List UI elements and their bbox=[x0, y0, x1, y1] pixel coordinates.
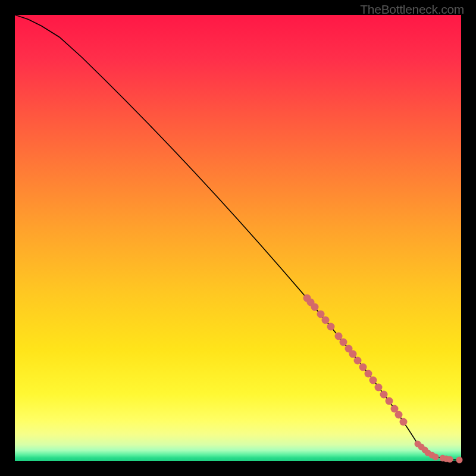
data-marker bbox=[433, 453, 439, 460]
data-marker bbox=[385, 397, 393, 405]
data-marker bbox=[369, 376, 377, 384]
data-marker bbox=[447, 456, 453, 463]
svg-rect-0 bbox=[15, 15, 461, 461]
data-marker bbox=[322, 317, 330, 324]
data-marker bbox=[359, 363, 367, 371]
data-marker bbox=[400, 418, 408, 426]
data-marker bbox=[456, 457, 463, 464]
data-marker bbox=[327, 323, 335, 331]
data-marker bbox=[354, 356, 362, 364]
data-marker bbox=[311, 303, 319, 311]
data-marker bbox=[395, 411, 403, 419]
chart-plot bbox=[15, 15, 461, 461]
data-marker bbox=[375, 383, 383, 391]
data-marker bbox=[340, 338, 347, 346]
chart-background-gradient bbox=[15, 15, 461, 461]
